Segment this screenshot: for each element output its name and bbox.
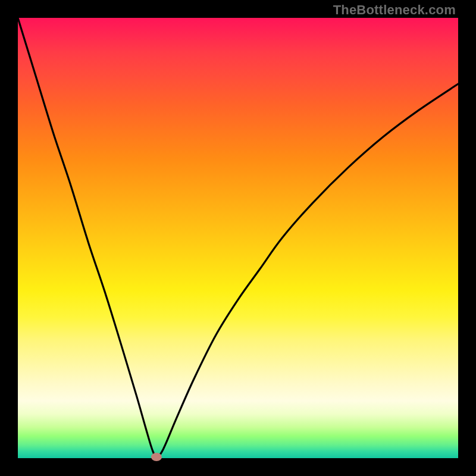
vertex-marker — [151, 453, 162, 461]
chart-frame: TheBottleneck.com — [0, 0, 476, 476]
bottleneck-curve — [18, 18, 458, 457]
curve-layer — [18, 18, 458, 458]
watermark-text: TheBottleneck.com — [333, 2, 456, 18]
